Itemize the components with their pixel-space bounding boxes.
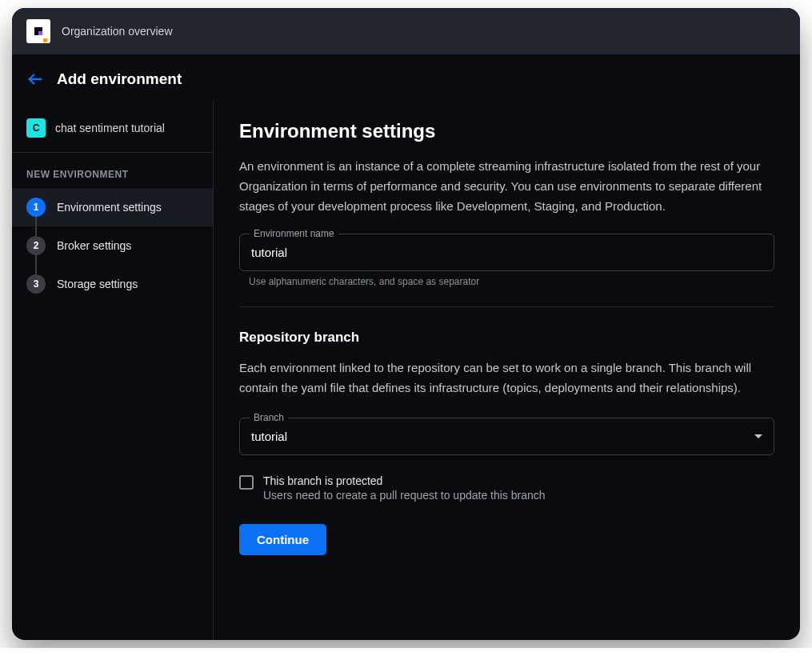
continue-button[interactable]: Continue (239, 524, 326, 555)
chevron-down-icon (754, 434, 762, 438)
repository-branch-description: Each environment linked to the repositor… (239, 358, 774, 398)
branch-protected-row: This branch is protected Users need to c… (239, 474, 774, 502)
sidebar-section-label: NEW ENVIRONMENT (12, 159, 213, 188)
top-bar: Organization overview (12, 8, 800, 54)
environment-settings-heading: Environment settings (239, 120, 774, 142)
environment-name-hint: Use alphanumeric characters, and space a… (249, 276, 774, 287)
step-broker-settings[interactable]: 2 Broker settings (12, 226, 213, 265)
environment-name-input[interactable] (240, 234, 774, 270)
back-arrow-icon[interactable] (26, 70, 44, 88)
branch-protected-checkbox[interactable] (239, 475, 254, 490)
step-environment-settings[interactable]: 1 Environment settings (12, 188, 213, 226)
environment-settings-description: An environment is an instance of a compl… (239, 157, 774, 216)
page-title: Add environment (57, 70, 182, 88)
branch-select[interactable]: Branch tutorial (239, 418, 774, 455)
branch-selected-value: tutorial (251, 430, 287, 443)
project-name: chat sentiment tutorial (55, 122, 165, 134)
branch-label: Branch (250, 412, 288, 423)
environment-name-field: Environment name (239, 234, 774, 271)
project-badge: C (26, 118, 46, 138)
section-divider (239, 306, 774, 307)
page-sub-header: Add environment (12, 54, 800, 101)
branch-select-value-row: tutorial (240, 418, 774, 454)
brand-logo-icon (26, 19, 50, 43)
branch-protected-title: This branch is protected (263, 474, 774, 487)
environment-name-label: Environment name (250, 228, 338, 239)
step-label: Environment settings (57, 201, 162, 214)
sidebar: C chat sentiment tutorial NEW ENVIRONMEN… (12, 101, 214, 640)
repository-branch-heading: Repository branch (239, 330, 774, 346)
main-content: Environment settings An environment is a… (214, 101, 800, 640)
step-label: Storage settings (57, 278, 138, 290)
sidebar-project-row[interactable]: C chat sentiment tutorial (12, 107, 213, 153)
content-area: C chat sentiment tutorial NEW ENVIRONMEN… (12, 101, 800, 640)
app-window: Organization overview Add environment C … (12, 8, 800, 640)
step-number-badge: 2 (26, 236, 46, 255)
step-number-badge: 3 (26, 274, 46, 294)
top-bar-title: Organization overview (62, 25, 173, 38)
step-label: Broker settings (57, 239, 131, 252)
step-storage-settings[interactable]: 3 Storage settings (12, 265, 213, 303)
step-number-badge: 1 (26, 198, 46, 217)
branch-protected-subtext: Users need to create a pull request to u… (263, 489, 774, 502)
